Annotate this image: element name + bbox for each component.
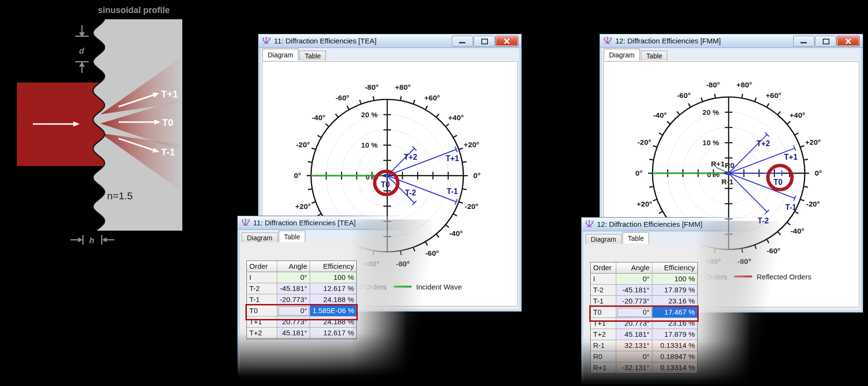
- table-cell[interactable]: 24.188 %: [310, 294, 356, 305]
- table-header-cell[interactable]: Order: [247, 261, 277, 272]
- table-header-cell[interactable]: Angle: [277, 261, 310, 272]
- table-row-R+1: R+1-32.131°0.13314 %: [591, 362, 697, 373]
- table-header-cell[interactable]: Order: [591, 262, 616, 274]
- close-button[interactable]: [495, 36, 518, 46]
- order-line-T+1: [387, 150, 456, 176]
- svg-text:20 %: 20 %: [703, 108, 719, 116]
- titlebar[interactable]: -10+1 12: Diffraction Efficiencies [FMM]: [600, 34, 863, 48]
- maximize-button[interactable]: [815, 36, 836, 46]
- table-cell[interactable]: T-2: [591, 285, 616, 296]
- table-cell[interactable]: T-1: [247, 294, 277, 305]
- table-cell[interactable]: 12.617 %: [310, 328, 356, 339]
- titlebar[interactable]: -10+1 11: Diffraction Efficiencies [TEA]: [238, 216, 408, 230]
- svg-text:sinusoidal profile: sinusoidal profile: [98, 5, 170, 15]
- maximize-icon: [481, 39, 488, 44]
- table-cell[interactable]: 45.181°: [277, 328, 310, 339]
- table-cell[interactable]: 32.131°: [616, 340, 652, 351]
- table-cell[interactable]: T+2: [247, 328, 277, 339]
- table-cell[interactable]: 0°: [616, 274, 652, 285]
- window-fmm-table: -10+1 12: Diffraction Efficiencies [FMM]…: [581, 217, 753, 385]
- table-cell[interactable]: 100 %: [310, 272, 356, 283]
- table-row-I: I0°100 %: [591, 274, 697, 285]
- maximize-button[interactable]: [474, 36, 495, 46]
- svg-text:-60°: -60°: [336, 94, 350, 102]
- desktop-canvas: T+1T0T-1dhsinusoidal profilen=1.5 -10+1 …: [0, 0, 868, 386]
- svg-text:-1: -1: [585, 220, 587, 222]
- titlebar[interactable]: -10+1 12: Diffraction Efficiencies [FMM]: [582, 218, 752, 231]
- minimize-button[interactable]: [793, 36, 814, 46]
- table-cell[interactable]: 23.16 %: [652, 318, 697, 329]
- svg-text:-20°: -20°: [637, 138, 651, 146]
- table-cell[interactable]: T-2: [247, 283, 277, 294]
- table-cell[interactable]: 0.13314 %: [652, 340, 697, 351]
- table-cell[interactable]: 17.879 %: [652, 285, 697, 296]
- table-cell[interactable]: T+1: [247, 317, 277, 328]
- table-cell[interactable]: I: [247, 272, 277, 283]
- efficiency-table: OrderAngleEfficiencyI0°100 %T-2-45.181°1…: [246, 261, 357, 339]
- table-cell[interactable]: T-1: [591, 296, 616, 307]
- table-cell[interactable]: 100 %: [652, 274, 697, 285]
- svg-text:T-1: T-1: [785, 203, 796, 211]
- table-cell[interactable]: -20.773°: [277, 294, 310, 305]
- table-cell[interactable]: T+2: [591, 329, 616, 340]
- svg-text:T-2: T-2: [405, 189, 416, 197]
- window-tea-table: -10+1 11: Diffraction Efficiencies [TEA]…: [237, 216, 409, 375]
- window-title: 12: Diffraction Efficiencies [FMM]: [615, 37, 721, 45]
- table-cell[interactable]: R0: [591, 351, 616, 362]
- table-cell[interactable]: 0°: [277, 305, 310, 317]
- table-row-T-1: T-1-20.773°23.16 %: [591, 296, 697, 307]
- table-cell[interactable]: 24.188 %: [310, 317, 356, 328]
- table-header-cell[interactable]: Angle: [616, 262, 652, 274]
- table-cell[interactable]: R-1: [591, 340, 616, 351]
- table-cell[interactable]: 0°: [616, 307, 652, 318]
- svg-text:T+1: T+1: [446, 154, 459, 163]
- titlebar[interactable]: -10+1 11: Diffraction Efficiencies [TEA]: [258, 34, 521, 48]
- maximize-icon: [823, 39, 829, 44]
- table-row-T+1: T+120.773°23.16 %: [591, 318, 697, 329]
- table-cell[interactable]: 12.617 %: [310, 283, 356, 294]
- svg-text:T+1: T+1: [161, 89, 178, 99]
- table-cell[interactable]: 0°: [277, 272, 310, 283]
- tab-strip: DiagramTable: [583, 232, 750, 244]
- tab-diagram[interactable]: Diagram: [604, 49, 640, 61]
- table-cell[interactable]: I: [591, 274, 616, 285]
- table-cell[interactable]: T0: [247, 305, 277, 317]
- table-cell[interactable]: R+1: [591, 362, 616, 373]
- tab-table[interactable]: Table: [299, 51, 326, 61]
- table-cell[interactable]: 17.879 %: [652, 329, 697, 340]
- close-button[interactable]: [837, 36, 860, 46]
- table-cell[interactable]: T+1: [591, 318, 616, 329]
- tab-diagram[interactable]: Diagram: [242, 233, 278, 243]
- table-cell[interactable]: 1.585E-06 %: [310, 305, 356, 317]
- svg-text:0°: 0°: [815, 169, 822, 177]
- svg-text:+20°: +20°: [637, 200, 652, 208]
- table-row-R-1: R-132.131°0.13314 %: [591, 340, 697, 351]
- tab-table[interactable]: Table: [279, 231, 305, 243]
- table-cell[interactable]: 0.13314 %: [652, 362, 697, 373]
- table-cell[interactable]: 0°: [616, 351, 652, 362]
- table-cell[interactable]: -45.181°: [616, 285, 652, 296]
- tab-table[interactable]: Table: [641, 51, 667, 61]
- svg-text:-1: -1: [241, 218, 244, 221]
- tab-diagram[interactable]: Diagram: [262, 49, 298, 61]
- table-cell[interactable]: T0: [591, 307, 616, 318]
- table-cell[interactable]: 0.18947 %: [652, 351, 697, 362]
- table-cell[interactable]: -45.181°: [277, 283, 310, 294]
- table-cell[interactable]: 17.467 %: [652, 307, 697, 318]
- svg-text:R+1: R+1: [711, 160, 725, 168]
- table-header-cell[interactable]: Efficiency: [652, 262, 697, 274]
- table-cell[interactable]: -20.773°: [616, 296, 652, 307]
- minimize-button[interactable]: [452, 36, 473, 46]
- svg-text:T0: T0: [162, 117, 173, 128]
- svg-text:T+2: T+2: [404, 153, 417, 161]
- table-header-cell[interactable]: Efficiency: [310, 261, 356, 272]
- tab-table[interactable]: Table: [623, 232, 649, 244]
- table-cell[interactable]: 20.773°: [616, 318, 652, 329]
- table-cell[interactable]: 20.773°: [277, 317, 310, 328]
- table-cell[interactable]: -32.131°: [616, 362, 652, 373]
- svg-text:+40°: +40°: [448, 113, 464, 122]
- svg-text:d: d: [79, 46, 84, 55]
- tab-diagram[interactable]: Diagram: [585, 234, 622, 244]
- table-cell[interactable]: 23.16 %: [652, 296, 697, 307]
- table-cell[interactable]: 45.181°: [616, 329, 652, 340]
